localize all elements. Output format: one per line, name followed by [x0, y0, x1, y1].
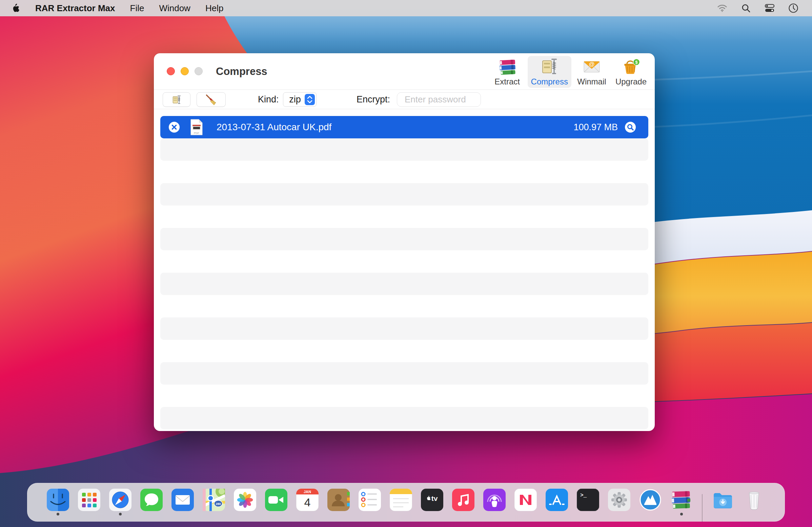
launchpad-icon [78, 489, 100, 511]
pdf-file-icon: PDF [189, 119, 204, 136]
dock-item-terminal[interactable]: >_ [577, 489, 599, 511]
file-name: 2013-07-31 Autocar UK.pdf [217, 122, 574, 132]
empty-list-row [160, 161, 648, 183]
dock-item-calendar[interactable]: JAN4 [296, 489, 319, 511]
file-row-selected[interactable]: PDF 2013-07-31 Autocar UK.pdf 100.97 MB [160, 116, 648, 138]
terminal-icon: >_ [577, 489, 599, 511]
dock: 280JAN4tv>_ [27, 483, 785, 522]
dock-item-launchpad[interactable] [78, 489, 100, 511]
messages-icon [140, 489, 163, 511]
music-icon [452, 489, 475, 511]
dock-item-appstore[interactable] [546, 489, 568, 511]
dock-item-finder[interactable] [47, 489, 69, 511]
empty-list-row [160, 228, 648, 250]
clock-icon[interactable] [788, 3, 798, 13]
calendar-icon: JAN4 [296, 489, 319, 511]
dock-item-systempreferences[interactable] [608, 489, 630, 511]
news-icon [514, 489, 537, 511]
dock-item-podcasts[interactable] [483, 489, 506, 511]
main-toolbar: Extract Compress [489, 56, 650, 88]
encrypt-label: Encrypt: [357, 90, 390, 109]
svg-text:tv: tv [431, 495, 438, 502]
close-button[interactable] [167, 67, 175, 75]
dock-item-rarextractor[interactable] [670, 489, 693, 511]
remove-file-icon[interactable] [169, 122, 180, 133]
dock-item-mail[interactable] [172, 489, 194, 511]
dock-item-maps[interactable]: 280 [203, 489, 225, 511]
systempreferences-icon [608, 489, 630, 511]
dock-item-news[interactable] [514, 489, 537, 511]
file-list: PDF 2013-07-31 Autocar UK.pdf 100.97 MB [160, 109, 648, 430]
dock-item-contacts[interactable] [328, 489, 350, 511]
empty-list-row [160, 183, 648, 205]
search-icon[interactable] [741, 3, 751, 13]
preview-magnifier-icon[interactable] [625, 122, 636, 133]
appcleaner-icon [639, 489, 662, 511]
clear-list-button[interactable] [197, 92, 226, 107]
dock-item-safari[interactable] [109, 489, 131, 511]
svg-text:PDF: PDF [194, 132, 199, 134]
empty-list-row [160, 250, 648, 273]
toolbar-compress-button[interactable]: Compress [528, 56, 571, 88]
photos-icon [234, 489, 256, 511]
empty-list-row [160, 362, 648, 385]
kind-value: zip [283, 94, 305, 105]
dock-item-photos[interactable] [234, 489, 256, 511]
menu-help[interactable]: Help [205, 3, 223, 14]
toolbar-upgrade-button[interactable]: $ Upgrade [612, 56, 650, 88]
mail-icon [172, 489, 194, 511]
toolbar-winmail-label: Winmail [577, 77, 606, 86]
toolbar-compress-label: Compress [531, 77, 568, 86]
dock-item-appletv[interactable]: tv [421, 489, 443, 511]
toolbar-extract-button[interactable]: Extract [489, 56, 526, 88]
rarextractor-icon [670, 489, 693, 511]
svg-text:4: 4 [304, 496, 311, 509]
safari-icon [109, 489, 131, 511]
menu-bar: RAR Extractor Max File Window Help [0, 0, 812, 16]
svg-text:@: @ [589, 61, 595, 68]
downloads-icon [712, 489, 734, 511]
svg-text:JAN: JAN [304, 490, 311, 494]
toolbar-winmail-button[interactable]: @ Winmail [574, 56, 610, 88]
dock-item-messages[interactable] [140, 489, 163, 511]
password-input[interactable] [397, 92, 481, 107]
dock-item-notes[interactable] [390, 489, 412, 511]
wifi-icon[interactable] [717, 3, 727, 13]
apple-menu-icon[interactable] [12, 3, 20, 13]
menubar-app-name[interactable]: RAR Extractor Max [35, 3, 115, 14]
empty-list-row [160, 205, 648, 228]
compress-action-button[interactable] [163, 92, 190, 107]
dock-item-reminders[interactable] [359, 489, 381, 511]
compress-mini-icon [172, 94, 182, 105]
empty-list-row [160, 138, 648, 161]
svg-text:280: 280 [216, 502, 221, 505]
empty-list-row [160, 407, 648, 429]
zoom-button[interactable] [194, 67, 203, 75]
running-indicator [119, 513, 122, 515]
stepper-icon [305, 94, 315, 105]
menu-window[interactable]: Window [159, 3, 190, 14]
facetime-icon [265, 489, 287, 511]
options-bar: Kind: zip Encrypt: [154, 90, 655, 109]
minimize-button[interactable] [180, 67, 189, 75]
dock-item-trash[interactable] [743, 489, 765, 511]
file-size: 100.97 MB [574, 122, 618, 132]
svg-text:>_: >_ [580, 493, 587, 499]
reminders-icon [359, 489, 381, 511]
broom-icon [205, 94, 217, 105]
empty-list-row [160, 340, 648, 362]
kind-select[interactable]: zip [283, 92, 317, 107]
notes-icon [390, 489, 412, 511]
dock-item-appcleaner[interactable] [639, 489, 662, 511]
dock-item-downloads[interactable] [712, 489, 734, 511]
dock-item-music[interactable] [452, 489, 475, 511]
menu-file[interactable]: File [130, 3, 144, 14]
appletv-icon: tv [421, 489, 443, 511]
control-center-icon[interactable] [765, 3, 775, 13]
upgrade-basket-icon: $ [621, 57, 641, 76]
extract-books-icon [497, 57, 517, 76]
appstore-icon [546, 489, 568, 511]
finder-icon [47, 489, 69, 511]
dock-item-facetime[interactable] [265, 489, 287, 511]
maps-icon: 280 [203, 489, 225, 511]
